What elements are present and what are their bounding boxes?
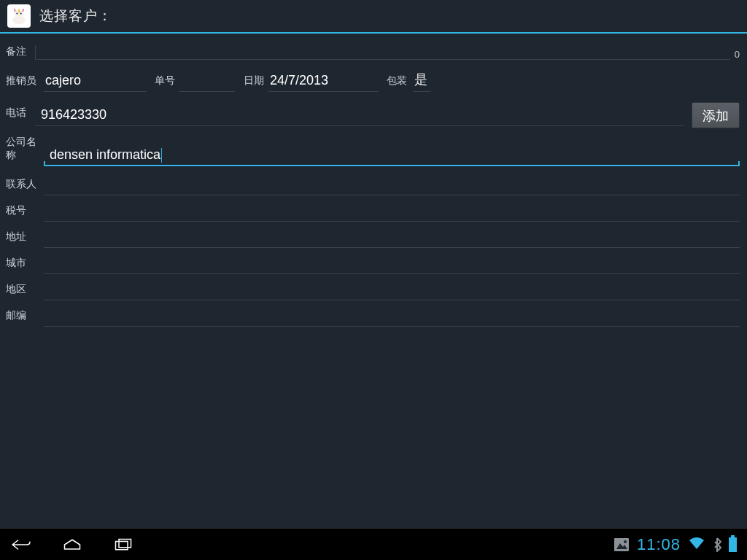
label-contact: 联系人 bbox=[6, 178, 44, 195]
back-icon[interactable] bbox=[10, 537, 32, 553]
wifi-icon bbox=[688, 536, 705, 553]
label-packaging: 包装 bbox=[387, 74, 411, 92]
label-date: 日期 bbox=[244, 74, 268, 92]
phone-input[interactable]: 916423330 bbox=[35, 104, 684, 126]
status-clock: 11:08 bbox=[637, 535, 681, 554]
salesman-input[interactable]: cajero bbox=[44, 70, 146, 92]
svg-rect-5 bbox=[119, 539, 131, 547]
label-remark: 备注 bbox=[6, 45, 35, 63]
date-input[interactable]: 24/7/2013 bbox=[268, 70, 378, 92]
recents-icon[interactable] bbox=[112, 537, 134, 553]
svg-rect-6 bbox=[614, 538, 629, 551]
remark-input[interactable] bbox=[35, 45, 730, 60]
svg-rect-4 bbox=[116, 541, 128, 549]
city-input[interactable] bbox=[44, 255, 740, 274]
label-orderno: 单号 bbox=[155, 74, 179, 92]
bluetooth-icon bbox=[713, 537, 721, 552]
label-postcode: 邮编 bbox=[6, 309, 44, 327]
address-input[interactable] bbox=[44, 229, 740, 248]
contact-input[interactable] bbox=[44, 176, 740, 195]
label-company: 公司名称 bbox=[6, 136, 44, 166]
image-indicator-icon bbox=[614, 537, 630, 552]
app-icon bbox=[7, 4, 31, 28]
taxno-input[interactable] bbox=[44, 203, 740, 222]
battery-icon bbox=[729, 537, 737, 552]
label-region: 地区 bbox=[6, 283, 44, 300]
svg-point-8 bbox=[624, 540, 627, 543]
region-input[interactable] bbox=[44, 281, 740, 300]
home-icon[interactable] bbox=[61, 537, 83, 553]
title-bar: 选择客户： bbox=[0, 0, 747, 34]
company-value: densen informatica bbox=[50, 147, 160, 162]
label-city: 城市 bbox=[6, 257, 44, 274]
add-button[interactable]: 添加 bbox=[692, 102, 740, 128]
company-input[interactable]: densen informatica bbox=[44, 144, 740, 166]
svg-point-2 bbox=[16, 12, 18, 14]
packaging-value[interactable]: 是 bbox=[413, 71, 430, 92]
label-taxno: 税号 bbox=[6, 204, 44, 222]
remark-counter: 0 bbox=[735, 49, 740, 63]
form-area: 备注 0 推销员 cajero 单号 日期 24/7/2013 包装 是 电话 … bbox=[0, 34, 747, 327]
label-phone: 电话 bbox=[6, 106, 35, 124]
window-title: 选择客户： bbox=[39, 7, 112, 26]
svg-point-3 bbox=[20, 12, 22, 14]
text-cursor bbox=[161, 148, 162, 163]
label-salesman: 推销员 bbox=[6, 74, 44, 92]
orderno-input[interactable] bbox=[179, 70, 235, 92]
postcode-input[interactable] bbox=[44, 308, 740, 327]
nav-bar: 11:08 bbox=[0, 528, 747, 560]
label-address: 地址 bbox=[6, 230, 44, 248]
